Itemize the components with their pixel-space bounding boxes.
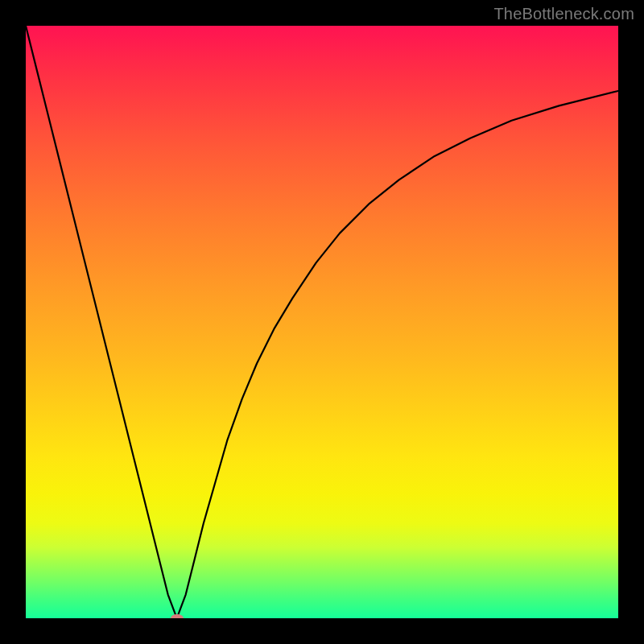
- chart-frame: TheBottleneck.com: [0, 0, 644, 644]
- curve-layer: [26, 26, 618, 618]
- bottleneck-curve-path: [26, 26, 618, 618]
- plot-area: [26, 26, 618, 618]
- watermark-text: TheBottleneck.com: [493, 5, 634, 23]
- optimum-marker: [171, 614, 184, 618]
